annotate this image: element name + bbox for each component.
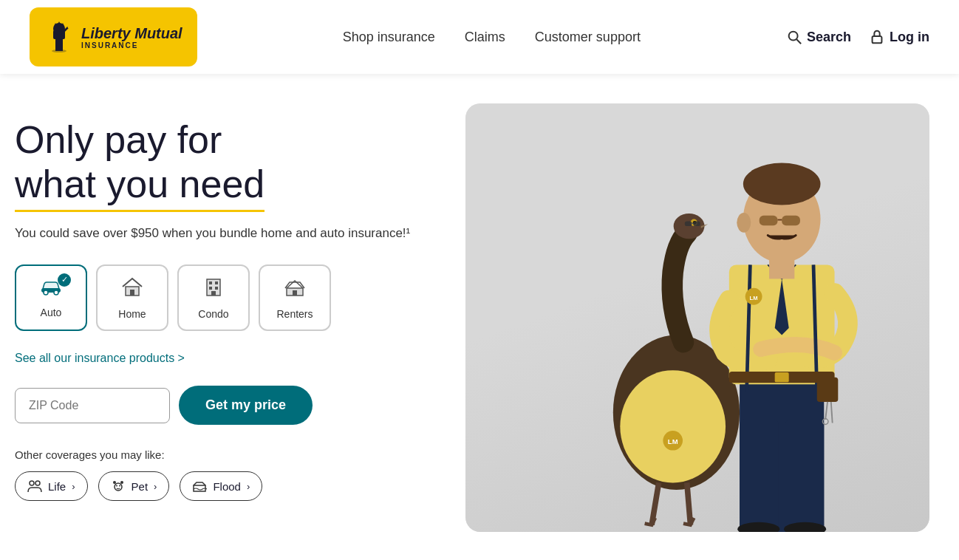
svg-rect-21	[293, 290, 297, 296]
nav-claims[interactable]: Claims	[465, 30, 505, 45]
search-button[interactable]: Search	[786, 29, 851, 45]
left-panel: Only pay for what you need You could sav…	[15, 103, 443, 532]
zip-row: Get my price	[15, 386, 443, 425]
headline-line1: Only pay for	[15, 118, 222, 161]
svg-point-10	[44, 290, 48, 295]
auto-icon: ✓	[38, 278, 64, 301]
svg-point-61	[737, 213, 751, 233]
pet-arrow: ›	[154, 481, 157, 492]
home-icon	[121, 276, 143, 302]
life-arrow: ›	[72, 481, 75, 492]
svg-line-55	[831, 402, 833, 423]
insurance-tabs: ✓ Auto Home	[15, 264, 443, 331]
logo-icon	[44, 16, 74, 59]
renters-icon	[284, 276, 306, 302]
tab-auto-label: Auto	[41, 307, 62, 318]
svg-rect-8	[873, 36, 882, 43]
pill-life[interactable]: Life ›	[15, 471, 88, 501]
svg-rect-43	[740, 420, 778, 532]
logo-text: Liberty Mutual INSURANCE	[81, 25, 182, 49]
svg-rect-51	[775, 372, 789, 382]
svg-point-25	[120, 481, 123, 484]
tab-condo-label: Condo	[198, 308, 228, 320]
main-content: Only pay for what you need You could sav…	[0, 74, 959, 560]
main-nav: Shop insurance Claims Customer support	[343, 30, 641, 45]
svg-point-23	[35, 481, 40, 485]
logo-name: Liberty Mutual	[81, 25, 182, 41]
svg-text:LM: LM	[750, 295, 758, 301]
svg-point-57	[743, 163, 821, 205]
svg-rect-52	[817, 378, 839, 402]
svg-point-6	[789, 32, 798, 41]
hero-illustration: LM	[465, 103, 929, 532]
coverage-pills: Life › Pet ›	[15, 471, 443, 501]
header: Liberty Mutual INSURANCE Shop insurance …	[0, 0, 959, 74]
svg-line-39	[687, 482, 691, 525]
condo-icon	[202, 276, 225, 302]
svg-rect-35	[693, 221, 700, 226]
tab-home-label: Home	[118, 308, 146, 320]
lock-icon	[869, 29, 885, 45]
pill-life-label: Life	[48, 480, 66, 493]
nav-shop-insurance[interactable]: Shop insurance	[343, 30, 435, 45]
flood-arrow: ›	[247, 481, 250, 492]
tab-home[interactable]: Home	[96, 264, 168, 331]
nav-customer-support[interactable]: Customer support	[535, 30, 641, 45]
logo-subtitle: INSURANCE	[81, 41, 182, 49]
search-icon	[786, 29, 802, 45]
life-icon	[27, 479, 42, 493]
svg-rect-34	[685, 221, 692, 226]
pill-pet[interactable]: Pet ›	[98, 471, 170, 501]
svg-point-28	[119, 485, 120, 487]
logo[interactable]: Liberty Mutual INSURANCE	[30, 7, 197, 66]
tab-condo[interactable]: Condo	[177, 264, 250, 331]
other-coverages-label: Other coverages you may like:	[15, 448, 443, 461]
login-label: Log in	[890, 30, 929, 45]
pill-flood-label: Flood	[213, 480, 241, 493]
svg-rect-16	[215, 281, 218, 284]
svg-point-22	[30, 481, 34, 485]
flood-icon	[192, 479, 207, 493]
svg-point-24	[113, 481, 116, 484]
svg-rect-13	[130, 290, 134, 296]
login-button[interactable]: Log in	[869, 29, 929, 45]
svg-rect-18	[215, 287, 218, 290]
svg-point-5	[67, 21, 72, 29]
svg-rect-58	[760, 216, 778, 225]
svg-point-27	[116, 485, 117, 487]
svg-text:LM: LM	[668, 437, 678, 445]
svg-rect-44	[785, 420, 824, 532]
headline-line2: what you need	[15, 163, 265, 212]
headline: Only pay for what you need	[15, 118, 443, 212]
header-actions: Search Log in	[786, 29, 929, 45]
active-checkmark: ✓	[58, 273, 71, 287]
svg-line-53	[825, 402, 827, 420]
tab-renters-label: Renters	[276, 308, 313, 320]
tab-renters[interactable]: Renters	[259, 264, 331, 331]
pill-flood[interactable]: Flood ›	[180, 471, 262, 501]
svg-rect-15	[209, 281, 212, 284]
tab-auto[interactable]: ✓ Auto	[15, 264, 87, 331]
svg-rect-17	[209, 287, 212, 290]
pill-pet-label: Pet	[132, 480, 149, 493]
svg-rect-62	[769, 258, 794, 279]
hero-image-panel: LM	[465, 103, 929, 532]
pet-icon	[111, 479, 126, 493]
svg-point-26	[115, 483, 122, 491]
svg-line-7	[796, 39, 801, 44]
svg-rect-19	[211, 291, 216, 296]
hero-subtext: You could save over $950 when you bundle…	[15, 224, 443, 243]
zip-input[interactable]	[15, 388, 170, 423]
search-label: Search	[807, 30, 851, 45]
svg-point-37	[620, 370, 726, 482]
see-all-link[interactable]: See all our insurance products >	[15, 352, 443, 365]
svg-point-11	[54, 290, 58, 295]
svg-rect-59	[782, 216, 800, 225]
get-price-button[interactable]: Get my price	[179, 386, 313, 425]
